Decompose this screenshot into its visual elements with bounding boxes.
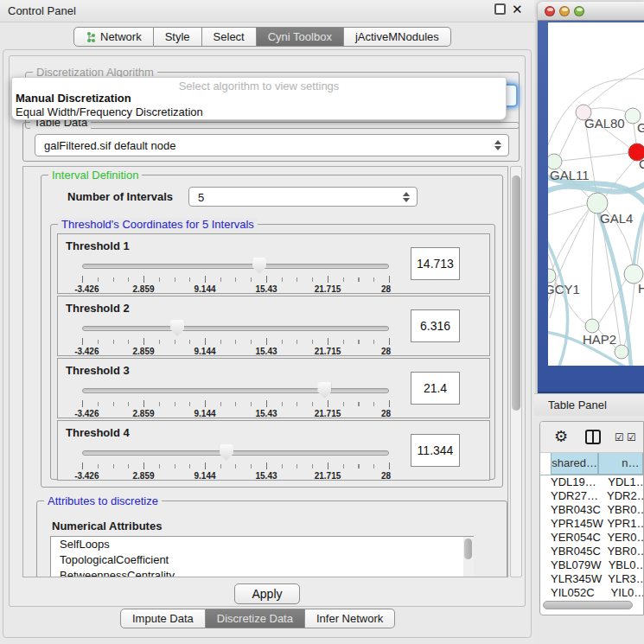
threshold-panel-1: Threshold 1-3.4262.8599.14415.4321.71528… — [57, 233, 490, 294]
number-of-intervals-combobox[interactable]: 5 — [188, 187, 418, 207]
network-edge[interactable] — [552, 208, 590, 271]
slider-track[interactable] — [82, 264, 389, 269]
table-panel-title: Table Panel — [548, 399, 607, 411]
threshold-slider-3[interactable]: -3.4262.8599.14415.4321.71528 — [82, 379, 389, 414]
table-data-group: Table Data galFiltered.sif default node — [22, 122, 520, 162]
major-tick — [82, 400, 83, 407]
slider-thumb[interactable] — [252, 258, 266, 274]
table-row[interactable]: YLR345WYLR3… — [540, 572, 643, 586]
slider-track[interactable] — [82, 450, 389, 456]
network-edge[interactable] — [634, 124, 636, 144]
attributes-group: Attributes to discretize Numerical Attri… — [36, 501, 507, 577]
network-edge[interactable] — [591, 214, 595, 320]
threshold-value-field[interactable]: 6.316 — [411, 309, 460, 342]
split-columns-icon[interactable] — [585, 430, 601, 444]
network-node[interactable] — [615, 345, 628, 359]
table-data-combobox[interactable]: galFiltered.sif default node — [35, 134, 509, 156]
tab-label: Network — [100, 28, 142, 46]
table-row[interactable]: YDR27…YDR2… — [540, 489, 643, 503]
number-of-intervals-label: Number of Intervals — [67, 190, 173, 203]
panel-scrollbar — [510, 166, 522, 577]
major-tick — [143, 400, 144, 407]
threshold-slider-4[interactable]: -3.4262.8599.14415.4321.71528 — [82, 442, 389, 476]
network-edge[interactable] — [562, 153, 630, 161]
tick-label: 2.859 — [132, 284, 154, 294]
tab-discretize-data[interactable]: Discretize Data — [206, 609, 305, 628]
table-panel-window: ⚙ ☑ ☑ shared… n… YDL19…YDL1…YDR27…YDR2…Y… — [539, 421, 644, 615]
tab-impute-data[interactable]: Impute Data — [120, 609, 206, 628]
threshold-value-field[interactable]: 11.344 — [411, 434, 460, 467]
table-row[interactable]: YBR045CYBR0… — [540, 545, 643, 558]
column-header-shared[interactable]: shared… — [551, 453, 598, 475]
network-node-gcy1[interactable] — [548, 269, 556, 283]
list-item-selfloops[interactable]: SelfLoops — [51, 537, 473, 552]
major-tick — [82, 338, 83, 345]
list-scrollbar-thumb[interactable] — [464, 539, 472, 559]
slider-thumb[interactable] — [170, 320, 184, 336]
network-edge[interactable] — [589, 67, 644, 105]
major-tick — [143, 338, 144, 345]
major-tick — [389, 462, 390, 469]
tick-label: -3.426 — [74, 284, 99, 294]
network-node-hap2[interactable] — [585, 319, 599, 333]
major-tick — [328, 276, 328, 283]
numerical-attributes-list[interactable]: SelfLoopsTopologicalCoefficientBetweenne… — [50, 536, 474, 577]
panel-scrollbar-thumb[interactable] — [512, 175, 520, 411]
network-node-label: GAL80 — [584, 116, 625, 131]
checkbox-icon[interactable]: ☑ — [615, 431, 624, 443]
cell-shared-name: YBR045C — [540, 545, 607, 558]
zoom-traffic-light-icon[interactable] — [574, 6, 584, 16]
column-header-name[interactable]: n… — [598, 453, 643, 475]
table-row[interactable]: YER054CYER0… — [540, 531, 643, 545]
float-window-icon[interactable] — [494, 3, 506, 15]
tab-network[interactable]: Network — [73, 27, 154, 47]
major-tick — [389, 276, 390, 283]
table-row[interactable]: YBL079WYBL0… — [540, 558, 643, 572]
table-hscrollbar-thumb[interactable] — [543, 601, 633, 609]
slider-track[interactable] — [82, 326, 389, 331]
tab-jactivemnodules[interactable]: jActiveMNodules — [344, 27, 451, 47]
list-item-topologicalcoefficient[interactable]: TopologicalCoefficient — [51, 552, 473, 568]
network-edge[interactable] — [634, 209, 644, 266]
gear-icon[interactable]: ⚙ — [554, 427, 568, 446]
apply-button[interactable]: Apply — [234, 583, 300, 604]
control-panel-title: Control Panel — [8, 4, 76, 17]
network-edge[interactable] — [590, 108, 631, 113]
tick-label: 28 — [381, 347, 391, 356]
minimize-traffic-light-icon[interactable] — [559, 6, 570, 16]
major-tick — [266, 400, 267, 407]
interval-definition-group: Interval Definition Number of Intervals … — [41, 175, 503, 488]
list-item-betweennesscentrality[interactable]: BetweennessCentrality — [51, 568, 473, 577]
tab-infer-network[interactable]: Infer Network — [305, 609, 395, 628]
close-traffic-light-icon[interactable] — [545, 6, 555, 16]
tab-cyni-toolbox[interactable]: Cyni Toolbox — [257, 27, 344, 47]
threshold-value-field[interactable]: 21.4 — [411, 372, 460, 405]
algorithm-placeholder: Select algorithm to view settings — [12, 78, 506, 92]
threshold-slider-1[interactable]: -3.4262.8599.14415.4321.71528 — [82, 255, 389, 290]
tab-style[interactable]: Style — [154, 27, 202, 47]
slider-track[interactable] — [82, 388, 389, 393]
network-canvas[interactable]: GAL80GACGAL11GAL4GCY1HHAP2 — [548, 22, 644, 366]
thresholds-group: Threshold's Coordinates for 5 Intervals … — [50, 224, 495, 480]
slider-thumb[interactable] — [220, 444, 233, 461]
table-row[interactable]: YIL052CYIL0… — [540, 586, 643, 596]
table-row[interactable]: YDL19…YDL1… — [540, 475, 643, 489]
network-edge[interactable] — [548, 205, 587, 216]
algorithm-option-equal-width[interactable]: Equal Width/Frequency Discretization — [12, 105, 506, 119]
tab-label: Impute Data — [132, 609, 194, 628]
major-tick — [266, 276, 267, 283]
table-row[interactable]: YBR043CYBR0… — [540, 503, 643, 517]
close-icon[interactable]: ✕ — [512, 2, 523, 17]
checkbox-icon[interactable]: ☑ — [627, 431, 636, 443]
cell-shared-name: YBR043C — [540, 503, 607, 517]
slider-thumb[interactable] — [317, 382, 331, 399]
tab-select[interactable]: Select — [202, 27, 257, 47]
network-edge[interactable] — [559, 118, 577, 156]
algorithm-option-manual[interactable]: Manual Discretization — [12, 92, 506, 105]
threshold-label: Threshold 1 — [66, 239, 130, 252]
network-edge[interactable] — [548, 239, 568, 366]
threshold-slider-2[interactable]: -3.4262.8599.14415.4321.71528 — [82, 317, 389, 352]
table-row[interactable]: YPR145WYPR1… — [540, 517, 643, 531]
threshold-value-field[interactable]: 14.713 — [411, 247, 460, 280]
tick-label: 2.859 — [132, 471, 154, 481]
